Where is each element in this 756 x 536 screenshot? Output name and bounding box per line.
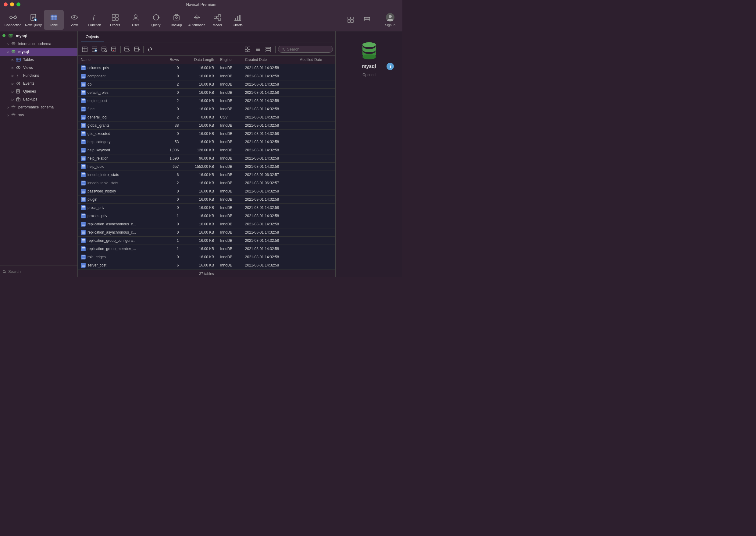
sidebar-views[interactable]: ▷ Views [0,64,77,72]
cell-engine: InnoDB [217,245,242,253]
sidebar-connection-mysql[interactable]: mysql [0,31,77,40]
toolbar-charts[interactable]: Charts [228,10,247,30]
toolbar-model[interactable]: Model [207,10,227,30]
table-row[interactable]: columns_priv 0 16.00 KB InnoDB 2021-08-0… [78,64,335,72]
table-row[interactable]: db 2 16.00 KB InnoDB 2021-08-01 14:32:58 [78,81,335,89]
cell-engine: InnoDB [217,81,242,89]
table-row[interactable]: help_relation 1,690 96.00 KB InnoDB 2021… [78,154,335,163]
view-toggle-1[interactable] [343,10,358,30]
cell-rows: 0 [161,204,182,212]
info-button[interactable]: ℹ [386,63,394,70]
table-row[interactable]: password_history 0 16.00 KB InnoDB 2021-… [78,187,335,195]
svg-line-72 [5,272,6,273]
toolbar-user[interactable]: User [126,10,145,30]
cell-name: password_history [78,187,161,195]
table-row[interactable]: innodb_index_stats 6 16.00 KB InnoDB 202… [78,171,335,179]
objects-tab[interactable]: Objects [81,33,104,41]
table-row[interactable]: procs_priv 0 16.00 KB InnoDB 2021-08-01 … [78,204,335,212]
table-row[interactable]: plugin 0 16.00 KB InnoDB 2021-08-01 14:3… [78,195,335,204]
design-table-button[interactable] [100,45,109,53]
cell-rows: 657 [161,163,182,171]
table-row[interactable]: general_log 2 0.00 KB CSV 2021-08-01 14:… [78,113,335,121]
list-view-button[interactable] [253,45,263,53]
sidebar-functions[interactable]: ▷ ƒ Functions [0,72,77,80]
search-input[interactable] [287,47,330,51]
sidebar-search-input[interactable] [8,269,75,274]
maximize-button[interactable] [17,2,20,6]
table-row[interactable]: help_category 53 16.00 KB InnoDB 2021-08… [78,138,335,146]
cell-rows: 0 [161,228,182,237]
open-table-button[interactable] [123,45,132,53]
cell-modified [296,237,335,245]
table-row[interactable]: default_roles 0 16.00 KB InnoDB 2021-08-… [78,89,335,97]
toolbar-table[interactable]: Table [44,10,64,30]
sidebar-events[interactable]: ▷ Events [0,80,77,87]
close-button[interactable] [4,2,8,6]
objects-toolbar [78,43,335,56]
cell-modified [296,253,335,261]
table-row[interactable]: replication_group_member_... 1 16.00 KB … [78,245,335,253]
toolbar-connection[interactable]: Connection [3,10,23,30]
cell-modified [296,154,335,163]
refresh-button[interactable] [145,45,155,53]
table-row[interactable]: role_edges 0 16.00 KB InnoDB 2021-08-01 … [78,253,335,261]
cell-name: replication_group_member_... [78,245,161,253]
right-db-status: Opened [362,73,376,77]
table-row[interactable]: replication_asynchronous_c... 0 16.00 KB… [78,220,335,228]
cell-engine: InnoDB [217,195,242,204]
cell-engine: InnoDB [217,204,242,212]
sidebar-db-sys[interactable]: ▷ sys [0,111,77,119]
cell-modified [296,81,335,89]
backup-label: Backup [171,23,182,27]
sidebar-backups[interactable]: ▷ Backups [0,95,77,103]
toolbar-query[interactable]: Query [146,10,166,30]
db-icon-large [359,41,379,60]
svg-rect-97 [245,50,247,52]
import-button[interactable] [132,45,141,53]
toolbar-function[interactable]: ƒ Function [85,10,105,30]
sign-in-button[interactable]: Sign In [381,10,399,30]
toolbar-automation[interactable]: Automation [187,10,207,30]
table-row[interactable]: help_keyword 1,006 128.00 KB InnoDB 2021… [78,146,335,154]
grid-view-button[interactable] [243,45,252,53]
view-label: View [71,23,78,27]
cell-name: replication_asynchronous_c... [78,228,161,237]
view-toggle-2[interactable] [359,10,375,30]
cell-data-length: 16.00 KB [182,72,217,81]
connection-label: Connection [5,23,22,27]
table-row[interactable]: engine_cost 2 16.00 KB InnoDB 2021-08-01… [78,97,335,105]
sidebar-tables[interactable]: ▷ Tables [0,56,77,64]
sidebar-queries[interactable]: ▷ Queries [0,87,77,95]
table-icon [50,13,58,22]
table-row[interactable]: global_grants 38 16.00 KB InnoDB 2021-08… [78,121,335,130]
cell-created: 2021-08-01 14:32:58 [242,154,296,163]
table-row[interactable]: replication_asynchronous_c... 0 16.00 KB… [78,228,335,237]
table-row[interactable]: replication_group_configura... 1 16.00 K… [78,237,335,245]
table-row[interactable]: help_topic 657 1552.00 KB InnoDB 2021-08… [78,163,335,171]
table-row[interactable]: func 0 16.00 KB InnoDB 2021-08-01 14:32:… [78,105,335,113]
sidebar-db-information-schema[interactable]: ▷ information_schema [0,40,77,48]
toolbar-view[interactable]: View [64,10,84,30]
cell-name: server_cost [78,261,161,270]
toolbar-others[interactable]: Others [105,10,125,30]
delete-table-button[interactable] [109,45,119,53]
table-row[interactable]: server_cost 6 16.00 KB InnoDB 2021-08-01… [78,261,335,270]
sidebar-db-mysql[interactable]: ▽ mysql [0,48,77,56]
table-row[interactable]: component 0 16.00 KB InnoDB 2021-08-01 1… [78,72,335,81]
sidebar-db-performance-schema[interactable]: ▷ performance_schema [0,103,77,111]
table-row[interactable]: gtid_executed 0 16.00 KB InnoDB 2021-08-… [78,130,335,138]
table-row[interactable]: proxies_priv 1 16.00 KB InnoDB 2021-08-0… [78,212,335,220]
cell-modified [296,163,335,171]
toolbar-backup[interactable]: Backup [166,10,186,30]
sys-label: sys [18,113,24,117]
add-table-button[interactable] [80,45,89,53]
table-row[interactable]: innodb_table_stats 2 16.00 KB InnoDB 202… [78,179,335,187]
add-table-2-button[interactable] [90,45,99,53]
svg-rect-81 [102,47,106,51]
svg-point-109 [362,42,376,47]
cell-modified [296,130,335,138]
toolbar-new-query[interactable]: New Query [23,10,43,30]
minimize-button[interactable] [10,2,14,6]
cell-modified [296,195,335,204]
detail-view-button[interactable] [264,45,273,53]
